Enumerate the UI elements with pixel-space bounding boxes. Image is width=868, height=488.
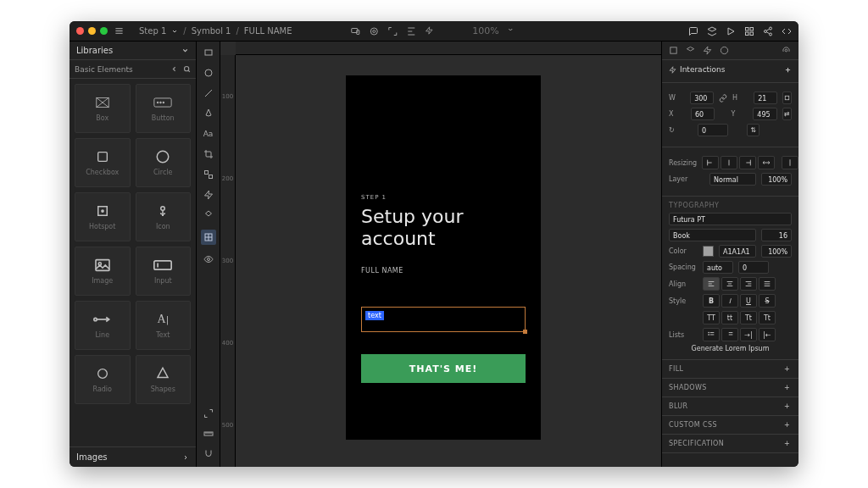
add-icon[interactable]: + [784, 402, 792, 410]
list-bullet-icon[interactable] [703, 328, 720, 341]
pin-right-icon[interactable] [739, 156, 756, 169]
layers-icon[interactable] [707, 26, 717, 36]
properties-tab-icon[interactable] [669, 46, 679, 56]
window-zoom-icon[interactable] [100, 27, 108, 35]
breadcrumb[interactable]: Step 1 / Symbol 1 / FULL NAME [139, 26, 292, 36]
add-icon[interactable]: + [784, 440, 792, 447]
pin-left-icon[interactable] [702, 156, 719, 169]
library-tile-text[interactable]: A|Text [136, 301, 192, 350]
custom-css-section-header[interactable]: CUSTOM CSS+ [662, 416, 798, 435]
x-input[interactable]: 60 [691, 108, 715, 120]
settings-tab-icon[interactable] [782, 46, 792, 56]
align-left-icon[interactable] [703, 277, 720, 291]
stretch-h-icon[interactable] [758, 156, 775, 169]
canvas[interactable]: 100 200 300 400 500 STEP 1 Setup your ac… [220, 42, 661, 467]
strikethrough-icon[interactable]: S [759, 294, 776, 308]
blur-section-header[interactable]: BLUR+ [662, 397, 798, 416]
zoom-level[interactable]: 100% [472, 25, 498, 36]
bolt-tool-icon[interactable] [203, 189, 214, 201]
library-tile-radio[interactable]: Radio [75, 355, 131, 404]
components-tool-icon[interactable] [203, 209, 214, 221]
fill-section-header[interactable]: FILL+ [662, 360, 798, 379]
back-icon[interactable] [170, 65, 178, 73]
specification-section-header[interactable]: SPECIFICATION+ [662, 435, 798, 453]
shadows-section-header[interactable]: SHADOWS+ [662, 379, 798, 397]
align-options-icon[interactable] [406, 26, 416, 36]
search-icon[interactable] [183, 65, 191, 73]
bolt-icon[interactable] [425, 26, 435, 36]
library-tile-image[interactable]: Image [75, 247, 131, 296]
target-icon[interactable] [369, 26, 379, 36]
library-tile-input[interactable]: Input [136, 247, 192, 296]
menu-icon[interactable] [114, 26, 124, 36]
window-controls[interactable] [76, 27, 108, 35]
pen-tool-icon[interactable] [203, 108, 214, 119]
lowercase-icon[interactable]: tt [721, 311, 738, 324]
text-color-hex[interactable]: A1A1A1 [719, 245, 756, 258]
animations-tab-icon[interactable] [720, 46, 730, 56]
list-numbered-icon[interactable] [721, 328, 738, 341]
align-center-icon[interactable] [721, 277, 738, 291]
underline-icon[interactable]: U [740, 294, 757, 308]
ellipse-tool-icon[interactable] [203, 67, 214, 79]
library-tile-hotspot[interactable]: Hotspot [75, 192, 131, 241]
line-height-input[interactable]: auto [703, 261, 733, 274]
window-minimize-icon[interactable] [88, 27, 96, 35]
font-family-select[interactable]: Futura PT [669, 213, 792, 225]
add-icon[interactable] [784, 66, 792, 74]
italic-icon[interactable]: I [721, 294, 738, 308]
width-input[interactable]: 300 [690, 92, 714, 104]
window-close-icon[interactable] [76, 27, 84, 35]
bold-icon[interactable]: B [703, 294, 720, 308]
ruler-tool-icon[interactable] [203, 428, 214, 440]
y-input[interactable]: 495 [753, 108, 776, 120]
library-tile-shapes[interactable]: Shapes [136, 355, 192, 404]
magnet-tool-icon[interactable] [203, 448, 214, 460]
grid-tool-icon[interactable] [201, 230, 216, 245]
interactions-tab-icon[interactable] [703, 46, 713, 56]
artboard[interactable]: STEP 1 Setup your account FULL NAME text… [346, 75, 541, 440]
chevron-down-icon[interactable] [171, 28, 178, 35]
letter-spacing-input[interactable]: 0 [738, 261, 769, 274]
line-tool-icon[interactable] [203, 87, 214, 99]
resize-icon[interactable] [387, 26, 398, 36]
comments-icon[interactable] [688, 26, 698, 36]
states-tool-icon[interactable] [203, 169, 214, 180]
library-category-label[interactable]: Basic Elements [75, 65, 133, 74]
uppercase-icon[interactable]: TT [703, 311, 720, 324]
generate-lorem-button[interactable]: Generate Lorem Ipsum [669, 345, 792, 352]
images-panel-header[interactable]: Images [70, 446, 196, 467]
crop-tool-icon[interactable] [203, 148, 214, 160]
height-input[interactable]: 21 [754, 92, 777, 104]
breadcrumb-item-element[interactable]: FULL NAME [244, 26, 292, 36]
align-justify-icon[interactable] [759, 277, 776, 291]
expand-tool-icon[interactable] [203, 408, 214, 419]
blend-mode-select[interactable]: Normal [709, 173, 756, 186]
library-tile-icon[interactable]: Icon [136, 192, 192, 241]
align-right-icon[interactable] [740, 277, 757, 291]
library-tile-line[interactable]: Line [75, 301, 131, 350]
rotate-input[interactable]: 0 [698, 124, 728, 136]
layers-tab-icon[interactable] [686, 46, 696, 56]
breadcrumb-item-step[interactable]: Step 1 [139, 26, 166, 36]
devices-icon[interactable] [350, 26, 360, 36]
add-icon[interactable]: + [784, 365, 792, 373]
add-icon[interactable]: + [784, 384, 792, 391]
library-tile-circle[interactable]: Circle [136, 138, 192, 187]
outdent-icon[interactable]: |← [759, 328, 776, 341]
font-size-input[interactable]: 16 [761, 229, 792, 241]
breadcrumb-item-symbol[interactable]: Symbol 1 [192, 26, 231, 36]
font-weight-select[interactable]: Book [669, 229, 756, 241]
share-icon[interactable] [763, 26, 773, 36]
case-none-icon[interactable]: Tt [759, 311, 776, 324]
text-color-swatch[interactable] [703, 246, 714, 257]
layer-opacity-input[interactable]: 100% [761, 173, 792, 186]
indent-icon[interactable]: →| [740, 328, 757, 341]
eye-tool-icon[interactable] [203, 253, 214, 265]
grid-icon[interactable] [744, 26, 754, 36]
library-tile-button[interactable]: Button [136, 84, 192, 133]
rectangle-tool-icon[interactable] [203, 47, 214, 58]
swap-icon[interactable]: ⇄ [782, 108, 792, 120]
libraries-header[interactable]: Libraries [70, 42, 196, 60]
text-tool-icon[interactable]: Aa [203, 128, 214, 140]
